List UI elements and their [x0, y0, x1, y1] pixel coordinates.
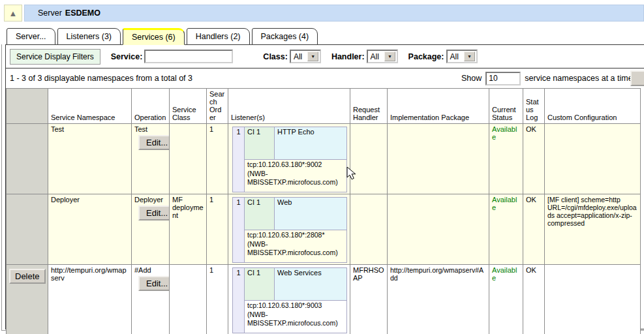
listener-endpoint: tcp:10.120.63.180*:9002(NWB-MBISSETXP.mi… [245, 160, 347, 192]
window-header: ▲ Server ESDEMO [4, 5, 644, 22]
implementation-package-cell [388, 194, 489, 265]
col-header-status-log: Status Log [523, 89, 545, 124]
service-namespace-cell: Test [48, 124, 132, 194]
col-header-service-namespace: Service Namespace [48, 89, 132, 124]
col-header-listeners: Listener(s) [228, 89, 350, 124]
listener-cell: 1CI 1Webtcp:10.120.63.180*:2808*(NWB-MBI… [228, 194, 350, 265]
listener-conversation: CI 1 [245, 127, 275, 160]
package-filter-label: Package: [408, 52, 444, 61]
listener-endpoint-host: (NWB-MBISSETXP.microfocus.com) [247, 311, 344, 328]
listener-box: 1CI 1Web Servicestcp:10.120.63.180*:9003… [232, 267, 347, 333]
server-title-prefix: Server [38, 8, 62, 18]
listener-endpoint: tcp:10.120.63.180*:9003(NWB-MBISSETXP.mi… [245, 301, 347, 333]
operation-cell: #AddEdit... [132, 265, 170, 334]
listener-endpoint: tcp:10.120.63.180*:2808*(NWB-MBISSETXP.m… [245, 230, 347, 263]
listener-name: Web Services [275, 268, 347, 301]
col-header-custom-configuration: Custom Configuration [545, 89, 641, 124]
listener-index: 1 [233, 198, 245, 263]
tab-services[interactable]: Services (6) [123, 28, 185, 45]
class-filter-select[interactable]: All ▼ [290, 50, 321, 63]
service-display-filters-bar: Service Display Filters Service: Class: … [6, 45, 644, 68]
filter-bar-title: Service Display Filters [10, 49, 100, 65]
listener-cell: 1CI 1Web Servicestcp:10.120.63.180*:9003… [228, 265, 350, 334]
services-table: Service Namespace Operation Service Clas… [6, 88, 641, 334]
pagination-row: 1 - 3 of 3 displayable namespaces from a… [6, 68, 644, 88]
col-header-service-class: Service Class [170, 89, 207, 124]
mouse-cursor-icon [346, 166, 360, 181]
listener-box-header-row: 1CI 1Web [233, 198, 347, 230]
table-header-row: Service Namespace Operation Service Clas… [7, 89, 641, 124]
package-filter-value: All [450, 52, 459, 61]
chevron-down-icon[interactable]: ▼ [384, 52, 395, 61]
current-status-cell: Available [489, 124, 523, 194]
service-class-cell: MF deployment [170, 194, 207, 265]
listener-index: 1 [233, 127, 245, 192]
listener-box-header-row: 1CI 1Web Services [233, 268, 347, 301]
service-filter-input[interactable] [144, 50, 233, 63]
listener-endpoint-address: tcp:10.120.63.180*:2808* [247, 231, 344, 240]
chevron-down-icon[interactable]: ▼ [307, 52, 318, 61]
handler-filter-label: Handler: [331, 52, 365, 61]
namespace-count-summary: 1 - 3 of 3 displayable namespaces from a… [10, 74, 192, 83]
operation-name: Deployer [134, 196, 166, 204]
operation-name: #Add [134, 266, 166, 274]
listener-conversation: CI 1 [245, 268, 275, 301]
service-namespace-cell: http://tempuri.org/wmapserv [48, 265, 132, 334]
package-filter-select[interactable]: All ▼ [446, 50, 478, 63]
service-namespace-cell: Deployer [48, 194, 132, 265]
listener-conversation: CI 1 [245, 198, 275, 230]
tab-packages[interactable]: Packages (4) [252, 28, 318, 45]
services-panel: Service Display Filters Service: Class: … [5, 44, 644, 329]
implementation-package-cell: http://tempuri.org/wmapserv#Add [388, 265, 489, 334]
listener-index: 1 [233, 268, 245, 333]
listener-box: 1CI 1Webtcp:10.120.63.180*:2808*(NWB-MBI… [232, 197, 347, 263]
server-name: ESDEMO [65, 8, 100, 18]
col-header-operation: Operation [132, 89, 170, 124]
col-header-current-status: Current Status [489, 89, 523, 124]
tab-server[interactable]: Server... [7, 28, 55, 45]
service-class-cell [170, 124, 207, 194]
status-log-cell: OK [523, 124, 545, 194]
search-order-cell: 1 [207, 265, 228, 334]
show-count-area: Show service namespaces at a time [461, 72, 633, 85]
listener-endpoint-host: (NWB-MBISSETXP.microfocus.com) [247, 240, 344, 258]
row-actions-cell: Delete [7, 265, 48, 334]
custom-configuration-cell [545, 265, 641, 334]
delete-button[interactable]: Delete [9, 269, 46, 284]
search-order-cell: 1 [207, 124, 228, 194]
listener-endpoint-address: tcp:10.120.63.180*:9003 [247, 301, 344, 311]
operation-name: Test [134, 125, 166, 133]
current-status-cell: Available [489, 265, 523, 334]
current-status-cell: Available [489, 194, 523, 265]
listener-box-address-row: tcp:10.120.63.180*:2808*(NWB-MBISSETXP.m… [233, 230, 347, 263]
chevron-down-icon[interactable]: ▼ [464, 52, 475, 61]
listener-box-header-row: 1CI 1HTTP Echo [233, 127, 347, 160]
implementation-package-cell [388, 124, 489, 194]
tab-handlers[interactable]: Handlers (2) [187, 28, 250, 45]
custom-configuration-cell [545, 124, 641, 194]
request-handler-cell: MFRHSOAP [350, 265, 388, 334]
status-log-cell: OK [523, 194, 545, 265]
show-count-input[interactable] [485, 72, 521, 85]
col-header-actions [7, 89, 48, 124]
handler-filter-select[interactable]: All ▼ [367, 50, 398, 63]
row-actions-cell [7, 124, 48, 194]
class-filter-value: All [294, 52, 302, 61]
listener-box-address-row: tcp:10.120.63.180*:9002(NWB-MBISSETXP.mi… [233, 160, 347, 192]
tab-listeners[interactable]: Listeners (3) [57, 28, 121, 45]
tab-bar: Server... Listeners (3) Services (6) Han… [7, 28, 318, 44]
class-filter-label: Class: [263, 52, 288, 61]
col-header-search-order: Search Order [207, 89, 228, 124]
service-row: TestTestEdit...11CI 1HTTP Echotcp:10.120… [7, 124, 641, 194]
collapse-button[interactable]: ▲ [4, 5, 22, 22]
service-row: DeployerDeployerEdit...MF deployment11CI… [7, 194, 641, 265]
request-handler-cell [350, 194, 388, 265]
collapse-triangle-icon: ▲ [9, 8, 18, 18]
show-suffix-label: service namespaces at a time [525, 74, 632, 83]
service-filter-label: Service: [111, 52, 143, 61]
custom-configuration-cell: [MF client] scheme=http URL=/cgi/mfdeplo… [545, 194, 641, 265]
refresh-button-cutoff[interactable] [630, 70, 644, 86]
search-order-cell: 1 [207, 194, 228, 265]
operation-cell: TestEdit... [132, 124, 170, 194]
listener-endpoint-address: tcp:10.120.63.180*:9002 [247, 160, 344, 170]
